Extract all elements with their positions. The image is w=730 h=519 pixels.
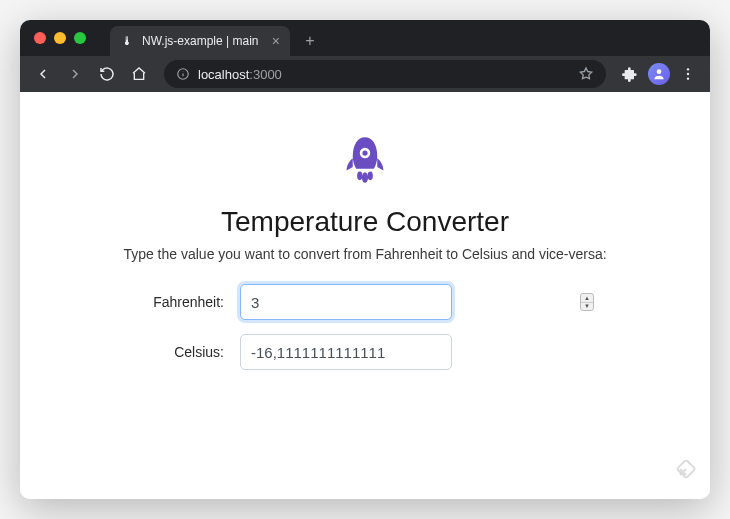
close-tab-icon[interactable]: × xyxy=(272,34,280,48)
back-button[interactable] xyxy=(30,61,56,87)
fahrenheit-input[interactable] xyxy=(240,284,452,320)
page-content: Temperature Converter Type the value you… xyxy=(20,92,710,499)
tabs: 🌡 NW.js-example | main × + xyxy=(110,20,320,56)
fahrenheit-label: Fahrenheit: xyxy=(130,294,240,310)
url-port: :3000 xyxy=(249,67,282,82)
celsius-label: Celsius: xyxy=(130,344,240,360)
celsius-input[interactable] xyxy=(240,334,452,370)
browser-tab[interactable]: 🌡 NW.js-example | main × xyxy=(110,26,290,56)
tab-bar: 🌡 NW.js-example | main × + xyxy=(20,20,710,56)
window-maximize-button[interactable] xyxy=(74,32,86,44)
traffic-lights xyxy=(34,32,86,44)
extensions-icon[interactable] xyxy=(618,66,642,82)
page-title: Temperature Converter xyxy=(221,206,509,238)
reload-button[interactable] xyxy=(94,61,120,87)
celsius-row: Celsius: xyxy=(130,334,600,370)
tab-title: NW.js-example | main xyxy=(142,34,264,48)
svg-point-3 xyxy=(687,73,689,75)
url-host: localhost xyxy=(198,67,249,82)
forward-button[interactable] xyxy=(62,61,88,87)
svg-point-2 xyxy=(687,68,689,70)
profile-avatar[interactable] xyxy=(648,63,670,85)
svg-point-6 xyxy=(362,150,367,155)
toolbar: localhost:3000 xyxy=(20,56,710,92)
menu-kebab-icon[interactable] xyxy=(676,66,700,82)
svg-point-1 xyxy=(657,69,662,74)
fahrenheit-stepper[interactable]: ▲ ▼ xyxy=(580,293,594,311)
svg-point-4 xyxy=(687,77,689,79)
svg-point-8 xyxy=(362,172,368,183)
svg-point-9 xyxy=(368,171,373,180)
svg-rect-10 xyxy=(677,460,695,478)
browser-window: 🌡 NW.js-example | main × + localhost:300… xyxy=(20,20,710,499)
home-button[interactable] xyxy=(126,61,152,87)
bookmark-star-icon[interactable] xyxy=(578,66,594,82)
page-subtitle: Type the value you want to convert from … xyxy=(123,246,606,262)
window-close-button[interactable] xyxy=(34,32,46,44)
tab-favicon-icon: 🌡 xyxy=(120,34,134,48)
svg-point-7 xyxy=(357,171,362,180)
window-minimize-button[interactable] xyxy=(54,32,66,44)
new-tab-button[interactable]: + xyxy=(300,32,320,50)
stepper-up-icon[interactable]: ▲ xyxy=(581,294,593,303)
stepper-down-icon[interactable]: ▼ xyxy=(581,303,593,311)
fahrenheit-row: Fahrenheit: ▲ ▼ xyxy=(130,284,600,320)
url-text: localhost:3000 xyxy=(198,67,570,82)
address-bar[interactable]: localhost:3000 xyxy=(164,60,606,88)
site-info-icon[interactable] xyxy=(176,67,190,81)
rocket-icon xyxy=(337,132,393,192)
corner-badge-icon xyxy=(670,459,696,485)
